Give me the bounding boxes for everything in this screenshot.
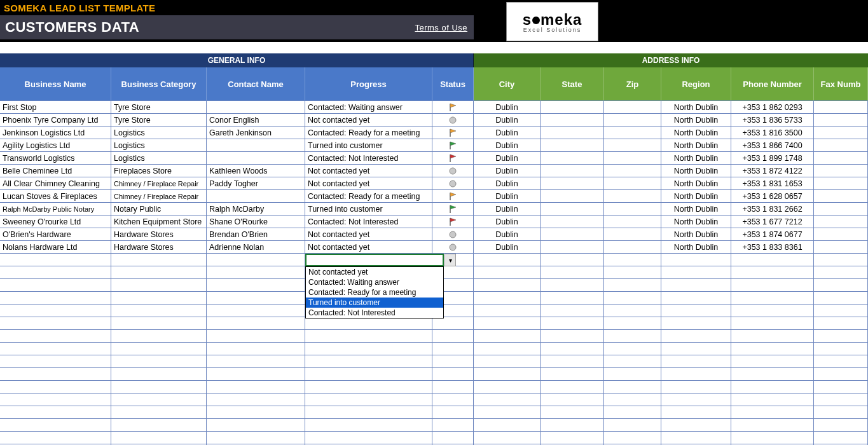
cell-contact-name[interactable]: Kathleen Woods: [207, 165, 305, 177]
cell-zip[interactable]: [604, 152, 661, 164]
table-row-empty[interactable]: [0, 381, 868, 394]
cell-city[interactable]: Dublin: [474, 241, 541, 253]
cell-state[interactable]: [541, 139, 604, 151]
cell-empty[interactable]: [0, 406, 111, 418]
cell-empty[interactable]: [731, 279, 814, 291]
cell-fax[interactable]: [814, 254, 868, 266]
cell-empty[interactable]: [305, 317, 432, 329]
cell-empty[interactable]: [111, 368, 207, 380]
cell-empty[interactable]: [0, 292, 111, 304]
cell-contact-name[interactable]: Adrienne Nolan: [207, 241, 305, 253]
cell-region[interactable]: North Dublin: [661, 241, 731, 253]
dropdown-option[interactable]: Turned into customer: [306, 298, 443, 308]
cell-empty[interactable]: [0, 368, 111, 380]
cell-fax[interactable]: [814, 114, 868, 126]
table-row[interactable]: Ralph McDarby Public NotaryNotary Public…: [0, 203, 868, 216]
cell-contact-name[interactable]: [207, 101, 305, 113]
cell-empty[interactable]: [541, 355, 604, 367]
cell-empty[interactable]: [814, 305, 868, 317]
cell-empty[interactable]: [111, 305, 207, 317]
cell-empty[interactable]: [0, 317, 111, 329]
cell-empty[interactable]: [207, 368, 305, 380]
cell-progress[interactable]: Contacted: Ready for a meeting: [305, 127, 432, 139]
cell-progress[interactable]: Contacted: Waiting answer: [305, 101, 432, 113]
cell-phone[interactable]: +353 1 874 0677: [731, 228, 814, 240]
cell-empty[interactable]: [814, 355, 868, 367]
cell-empty[interactable]: [432, 394, 474, 406]
cell-empty[interactable]: [604, 330, 661, 342]
cell-region[interactable]: North Dublin: [661, 165, 731, 177]
cell-business-name[interactable]: Sweeney O'rourke Ltd: [0, 216, 111, 228]
cell-city[interactable]: Dublin: [474, 177, 541, 189]
cell-phone[interactable]: +353 1 866 7400: [731, 139, 814, 151]
cell-empty[interactable]: [474, 292, 541, 304]
cell-state[interactable]: [541, 127, 604, 139]
cell-empty[interactable]: [207, 292, 305, 304]
table-row-empty[interactable]: [0, 432, 868, 444]
cell-empty[interactable]: [814, 292, 868, 304]
cell-empty[interactable]: [111, 279, 207, 291]
cell-state[interactable]: [541, 152, 604, 164]
cell-fax[interactable]: [814, 190, 868, 202]
cell-empty[interactable]: [432, 406, 474, 418]
table-row-empty[interactable]: [0, 368, 868, 381]
cell-empty[interactable]: [111, 381, 207, 393]
cell-empty[interactable]: [541, 330, 604, 342]
cell-status[interactable]: [432, 228, 474, 240]
cell-contact-name[interactable]: Gareth Jenkinson: [207, 127, 305, 139]
cell-phone[interactable]: +353 1 831 1653: [731, 177, 814, 189]
cell-progress[interactable]: Not contacted yet: [305, 228, 432, 240]
cell-empty[interactable]: [731, 394, 814, 406]
cell-empty[interactable]: [0, 279, 111, 291]
cell-state[interactable]: [541, 177, 604, 189]
cell-state[interactable]: [541, 203, 604, 215]
cell-zip[interactable]: [604, 139, 661, 151]
progress-dropdown-cell[interactable]: [305, 254, 444, 266]
cell-state[interactable]: [541, 165, 604, 177]
cell-progress[interactable]: Contacted: Not Interested: [305, 216, 432, 228]
cell-city[interactable]: Dublin: [474, 127, 541, 139]
cell-state[interactable]: [541, 190, 604, 202]
cell-empty[interactable]: [541, 343, 604, 355]
cell-empty[interactable]: [541, 292, 604, 304]
cell-empty[interactable]: [604, 266, 661, 278]
cell-empty[interactable]: [207, 355, 305, 367]
cell-empty[interactable]: [111, 406, 207, 418]
cell-zip[interactable]: [604, 177, 661, 189]
cell-business-name[interactable]: Jenkinson Logistics Ltd: [0, 127, 111, 139]
cell-city[interactable]: Dublin: [474, 216, 541, 228]
dropdown-option[interactable]: Contacted: Ready for a meeting: [306, 287, 443, 298]
cell-progress[interactable]: Not contacted yet: [305, 114, 432, 126]
cell-empty[interactable]: [604, 279, 661, 291]
cell-empty[interactable]: [432, 317, 474, 329]
cell-phone[interactable]: +353 1 872 4122: [731, 165, 814, 177]
cell-empty[interactable]: [207, 381, 305, 393]
cell-empty[interactable]: [111, 355, 207, 367]
cell-business-name[interactable]: First Stop: [0, 101, 111, 113]
cell-progress[interactable]: Contacted: Ready for a meeting: [305, 190, 432, 202]
cell-empty[interactable]: [474, 406, 541, 418]
cell-empty[interactable]: [541, 381, 604, 393]
cell-status[interactable]: [432, 216, 474, 228]
cell-fax[interactable]: [814, 152, 868, 164]
cell-empty[interactable]: [207, 406, 305, 418]
cell-region[interactable]: North Dublin: [661, 101, 731, 113]
cell-empty[interactable]: [661, 432, 731, 444]
cell-empty[interactable]: [814, 279, 868, 291]
cell-status[interactable]: [432, 139, 474, 151]
cell-city[interactable]: Dublin: [474, 114, 541, 126]
cell-business-name[interactable]: All Clear Chimney Cleaning: [0, 177, 111, 189]
cell-fax[interactable]: [814, 101, 868, 113]
cell-region[interactable]: North Dublin: [661, 139, 731, 151]
cell-zip[interactable]: [604, 241, 661, 253]
cell-empty[interactable]: [814, 419, 868, 431]
cell-city[interactable]: Dublin: [474, 190, 541, 202]
table-row-empty[interactable]: [0, 343, 868, 355]
cell-empty[interactable]: [541, 266, 604, 278]
table-row-empty[interactable]: [0, 355, 868, 368]
cell-empty[interactable]: [731, 355, 814, 367]
cell-region[interactable]: North Dublin: [661, 127, 731, 139]
dropdown-button[interactable]: ▾: [444, 254, 456, 266]
table-row[interactable]: First StopTyre StoreContacted: Waiting a…: [0, 101, 868, 114]
cell-phone[interactable]: +353 1 677 7212: [731, 216, 814, 228]
